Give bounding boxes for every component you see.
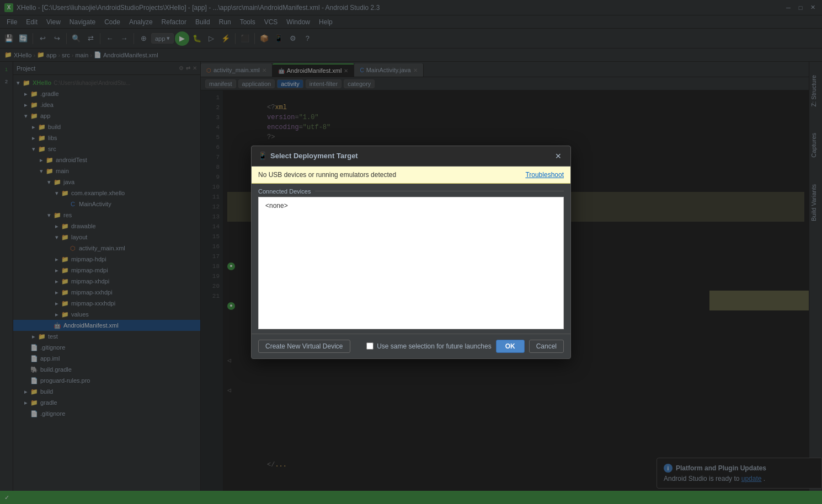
connected-devices-label: Connected Devices [258,188,564,195]
dialog-footer: Create New Virtual Device Use same selec… [252,334,570,358]
dialog-actions: Use same selection for future launches O… [366,340,564,353]
dialog-close-button[interactable]: ✕ [553,151,564,162]
none-item: <none> [261,200,561,212]
dialog-icon: 📱 [258,152,267,160]
warning-text: No USB devices or running emulators dete… [258,171,396,179]
same-selection-row: Use same selection for future launches [366,342,491,350]
dialog-title-bar: 📱 Select Deployment Target ✕ [252,146,570,167]
cancel-button[interactable]: Cancel [529,340,564,353]
ok-button[interactable]: OK [496,340,525,353]
dialog-title: 📱 Select Deployment Target [258,152,358,160]
troubleshoot-link[interactable]: Troubleshoot [525,171,564,179]
select-deployment-dialog: 📱 Select Deployment Target ✕ No USB devi… [251,146,571,359]
devices-section: Connected Devices <none> [252,184,570,334]
same-selection-label: Use same selection for future launches [377,342,491,350]
warning-banner: No USB devices or running emulators dete… [252,167,570,184]
devices-list[interactable]: <none> [258,197,564,329]
same-selection-checkbox[interactable] [366,342,373,350]
modal-overlay: 📱 Select Deployment Target ✕ No USB devi… [0,0,822,504]
create-virtual-device-button[interactable]: Create New Virtual Device [258,340,350,353]
dialog-body: No USB devices or running emulators dete… [252,167,570,334]
